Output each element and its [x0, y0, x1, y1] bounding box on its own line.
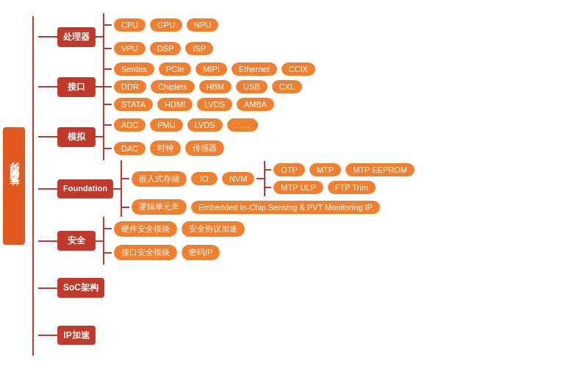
tick-analog — [38, 136, 49, 137]
branches-container: 处理器 CPU GPU NPU — [38, 9, 585, 363]
tick-ip — [38, 335, 49, 336]
branch-foundation: Foundation 嵌入式存储 IO NVM — [38, 160, 585, 217]
chip-cxl: CXL — [272, 80, 302, 93]
hline-ip — [49, 335, 57, 336]
chip-vpu: VPU — [114, 42, 146, 55]
branch-processor: 处理器 CPU GPU NPU — [38, 13, 585, 60]
chip-isp: ISP — [185, 42, 213, 55]
chip-npu: NPU — [187, 18, 218, 32]
chip-nvm: NVM — [222, 172, 254, 185]
chip-dsp: DSP — [150, 42, 182, 55]
chip-gpu: GPU — [150, 18, 182, 32]
sub-row-0: CPU GPU NPU — [104, 17, 585, 33]
hconn-processor — [96, 36, 103, 37]
chip-lvds-if: LVDS — [197, 98, 232, 111]
branch-security: 安全 硬件安全模块 安全协议加速 接口安全模块 密码IP — [38, 217, 585, 264]
tick-processor — [38, 36, 49, 37]
chip-crypto-ip: 密码IP — [182, 245, 220, 260]
chip-clock: 时钟 — [150, 140, 181, 156]
chip-embedded-sensing: Embedded In-Chip Sensing & PVT Monitorin… — [191, 201, 380, 214]
chip-ethernet: Ethernet — [232, 62, 277, 76]
chip-hdmi: HDMI — [157, 98, 193, 111]
category-processor: 处理器 — [57, 27, 96, 47]
hline-analog — [49, 136, 57, 137]
chip-hw-security: 硬件安全模块 — [114, 221, 177, 237]
sub-items-interface: Serdes PCIe MIPI Ethernet CCIX DDR Chipl… — [104, 60, 585, 113]
hline-foundation — [49, 188, 57, 190]
chip-if-security: 接口安全模块 — [114, 245, 177, 260]
chip-serdes: Serdes — [114, 62, 154, 76]
sub-items-analog: ADC PMU LVDS …… DAC 时钟 传感器 — [104, 113, 585, 160]
sub-items-processor: CPU GPU NPU VPU DSP ISP — [104, 13, 585, 60]
chip-mipi: MIPI — [196, 62, 227, 76]
chip-ftp-trim: FTP Trim — [328, 181, 376, 194]
root-label: 技产品类型分 — [3, 127, 25, 245]
chip-ccix: CCIX — [282, 62, 315, 76]
chip-sec-protocol: 安全协议加速 — [182, 221, 245, 237]
nvm-sub-items: OTP MTP MTP EEPROM MTP ULP FTP Trim — [265, 161, 585, 196]
chip-ddr: DDR — [114, 80, 146, 93]
category-security: 安全 — [57, 231, 96, 251]
branch-ip: IP加速 — [38, 312, 585, 359]
tick-security — [38, 240, 49, 242]
branch-soc: SoC架构 — [38, 265, 585, 312]
chip-chiplets: Chiplets — [151, 80, 195, 93]
chip-adc: ADC — [114, 118, 146, 132]
chip-hbm: HBM — [199, 80, 232, 93]
branch-interface: 接口 Serdes PCIe MIPI Ethernet CCIX — [38, 60, 585, 113]
tick-soc — [38, 287, 49, 289]
chip-stata: STATA — [114, 98, 153, 111]
sub-row-1: VPU DSP ISP — [104, 40, 585, 57]
chip-io: IO — [191, 172, 218, 185]
hline-security — [49, 240, 57, 242]
sub-vbar-processor — [103, 13, 104, 60]
category-soc: SoC架构 — [57, 278, 104, 298]
tick-foundation — [38, 188, 49, 190]
hline-processor — [49, 36, 57, 37]
sub-items-foundation: 嵌入式存储 IO NVM OTP MTP — [122, 160, 585, 217]
chip-usb: USB — [236, 80, 268, 93]
chip-mtp-ulp: MTP ULP — [273, 181, 323, 194]
main-container: 技产品类型分 处理器 CPU — [0, 0, 588, 372]
chip-otp: OTP — [273, 163, 305, 176]
category-interface: 接口 — [57, 77, 96, 97]
chip-sensor: 传感器 — [185, 140, 224, 156]
main-vbar-container — [28, 9, 38, 363]
category-analog: 模拟 — [57, 127, 96, 147]
chip-lvds-a: LVDS — [187, 118, 223, 132]
sub-items-security: 硬件安全模块 安全协议加速 接口安全模块 密码IP — [104, 217, 585, 264]
chip-pcie: PCIe — [159, 62, 191, 76]
chip-dac: DAC — [114, 142, 146, 155]
tick-interface — [38, 86, 49, 87]
chip-amba: AMBA — [237, 98, 274, 111]
chip-pmu: PMU — [150, 118, 182, 132]
chip-mtp: MTP — [309, 163, 341, 176]
main-vbar — [32, 16, 34, 356]
chip-mtp-eeprom: MTP EEPROM — [345, 163, 415, 176]
chip-logic-lib: 逻辑单元库 — [132, 199, 187, 215]
hline-soc — [49, 287, 57, 289]
category-ip: IP加速 — [57, 326, 96, 346]
hline-interface — [49, 86, 57, 87]
chip-dots: …… — [227, 118, 258, 132]
chip-cpu: CPU — [114, 18, 146, 32]
branch-analog: 模拟 ADC PMU LVDS …… DAC — [38, 113, 585, 160]
chip-embedded-storage: 嵌入式存储 — [132, 171, 187, 187]
category-foundation: Foundation — [57, 179, 113, 198]
